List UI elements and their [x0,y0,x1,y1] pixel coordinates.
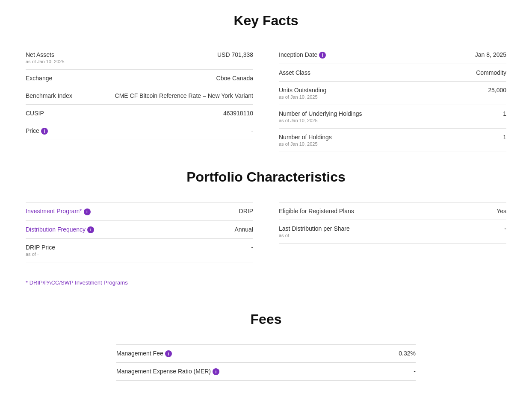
fact-row: Number of Holdingsas of Jan 10, 20251 [279,129,506,152]
fact-value: - [414,368,416,375]
fact-value: 0.32% [399,350,416,357]
fact-row: Net Assetsas of Jan 10, 2025USD 701,338 [26,46,253,70]
fact-row: Management Expense Ratio (MER)i- [116,363,416,381]
fact-row: Investment Program*iDRIP [26,202,253,220]
info-icon[interactable]: i [41,128,48,135]
page-wrapper: Key Facts Net Assetsas of Jan 10, 2025US… [0,0,532,411]
fact-row: DRIP Priceas of -- [26,239,253,262]
key-facts-columns: Net Assetsas of Jan 10, 2025USD 701,338E… [26,46,506,152]
fact-row: CUSIP463918110 [26,105,253,122]
portfolio-title: Portfolio Characteristics [26,169,506,185]
key-facts-left-col: Net Assetsas of Jan 10, 2025USD 701,338E… [26,46,253,152]
fact-sublabel: as of Jan 10, 2025 [279,118,494,123]
fees-title: Fees [26,311,506,327]
fact-label-text: Last Distribution per Share [279,225,350,232]
fact-label: Units Outstandingas of Jan 10, 2025 [279,87,479,100]
fact-value: CME CF Bitcoin Reference Rate – New York… [115,92,253,99]
fact-value: - [504,225,506,232]
fact-label-text: Net Assets [26,51,54,58]
fact-label: Asset Class [279,69,467,76]
fact-row: Asset ClassCommodity [279,64,506,82]
fact-row: Distribution FrequencyiAnnual [26,221,253,239]
portfolio-left-col: Investment Program*iDRIPDistribution Fre… [26,202,253,262]
fact-row: Eligible for Registered PlansYes [279,202,506,220]
fact-sublabel: as of - [279,233,496,238]
fact-value: Commodity [476,69,506,76]
info-icon[interactable]: i [213,368,219,375]
fact-label-text: Management Expense Ratio (MER) [116,368,211,375]
fact-label: Number of Underlying Holdingsas of Jan 1… [279,110,494,123]
fact-label: Investment Program*i [26,208,231,215]
fact-row: ExchangeCboe Canada [26,70,253,87]
portfolio-section: Portfolio Characteristics Investment Pro… [26,169,506,286]
fact-value: DRIP [239,208,253,214]
fact-label: Eligible for Registered Plans [279,208,488,214]
fact-label: Exchange [26,75,208,82]
fact-value: - [251,244,253,251]
fact-sublabel: as of - [26,252,242,257]
fact-value: 463918110 [223,110,253,117]
portfolio-footnote: * DRIP/PACC/SWP Investment Programs [26,279,506,286]
fact-sublabel: as of Jan 10, 2025 [26,59,209,64]
portfolio-right-col: Eligible for Registered PlansYesLast Dis… [279,202,506,262]
fact-value: 1 [503,110,506,117]
fact-label-text: DRIP Price [26,244,55,251]
fact-label: Inception Datei [279,51,467,59]
fact-sublabel: as of Jan 10, 2025 [279,141,494,147]
fact-label-text: Units Outstanding [279,87,326,94]
fact-label-text: Exchange [26,75,52,82]
fact-label-text: Number of Holdings [279,134,332,141]
fact-label: Benchmark Index [26,92,106,99]
fact-label: Distribution Frequencyi [26,226,226,233]
fact-label-text: Management Fee [116,350,163,357]
fact-row: Management Feei0.32% [116,344,416,363]
fact-value: 1 [503,134,506,141]
fact-label-text: Price [26,127,39,134]
fact-value: Jan 8, 2025 [475,51,506,58]
key-facts-title: Key Facts [26,13,506,29]
fact-value: Cboe Canada [216,75,253,82]
fact-sublabel: as of Jan 10, 2025 [279,94,479,100]
info-icon[interactable]: i [165,350,172,357]
fact-label: DRIP Priceas of - [26,244,242,257]
fact-label: Net Assetsas of Jan 10, 2025 [26,51,209,64]
fact-row: Units Outstandingas of Jan 10, 202525,00… [279,82,506,105]
fact-label-text: Distribution Frequency [26,226,86,233]
fact-value: 25,000 [488,87,506,94]
info-icon[interactable]: i [319,52,326,59]
fact-row: Number of Underlying Holdingsas of Jan 1… [279,105,506,129]
fact-value: - [251,127,253,134]
fact-label-text: Investment Program* [26,208,82,214]
fees-section: Fees Management Feei0.32%Management Expe… [26,311,506,381]
fact-label-text: Number of Underlying Holdings [279,110,362,117]
fact-row: Benchmark IndexCME CF Bitcoin Reference … [26,87,253,105]
fact-label: CUSIP [26,110,215,117]
fact-label-text: Eligible for Registered Plans [279,208,354,214]
fact-label-text: CUSIP [26,110,44,117]
key-facts-section: Key Facts Net Assetsas of Jan 10, 2025US… [26,13,506,152]
fact-label-text: Benchmark Index [26,92,72,99]
fact-value: Yes [497,208,506,214]
fact-row: Inception DateiJan 8, 2025 [279,46,506,64]
fees-col: Management Feei0.32%Management Expense R… [116,344,416,381]
fact-label: Management Expense Ratio (MER)i [116,368,405,375]
fact-value: Annual [234,226,253,233]
fact-label: Pricei [26,127,242,135]
fact-value: USD 701,338 [217,51,253,58]
key-facts-right-col: Inception DateiJan 8, 2025Asset ClassCom… [279,46,506,152]
info-icon[interactable]: i [87,226,94,233]
fact-label: Management Feei [116,350,390,357]
fact-label: Number of Holdingsas of Jan 10, 2025 [279,134,494,147]
fact-label-text: Asset Class [279,69,310,76]
fact-row: Pricei- [26,122,253,140]
info-icon[interactable]: i [84,208,91,215]
fact-label: Last Distribution per Shareas of - [279,225,496,238]
fact-label-text: Inception Date [279,51,317,58]
fact-row: Last Distribution per Shareas of -- [279,220,506,244]
portfolio-columns: Investment Program*iDRIPDistribution Fre… [26,202,506,262]
